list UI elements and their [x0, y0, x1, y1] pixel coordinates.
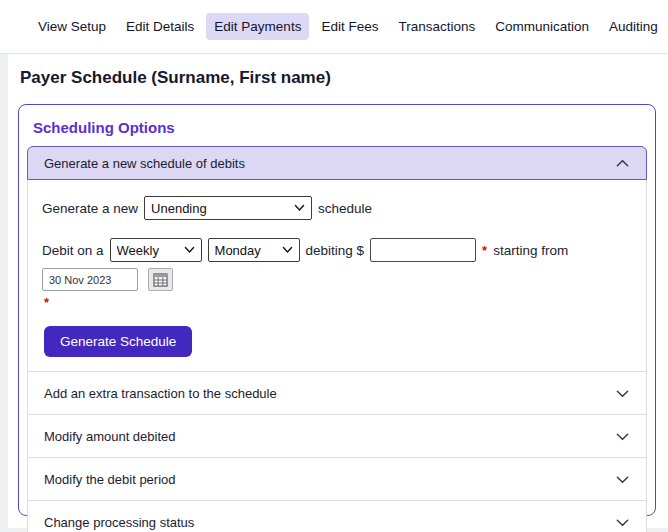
debit-on-a-label: Debit on a	[42, 243, 104, 258]
generate-new-label: Generate a new	[42, 201, 138, 216]
accordion-change-processing-status[interactable]: Change processing status	[27, 501, 647, 532]
debit-settings-row: Debit on a Weekly Monday	[42, 238, 632, 291]
chevron-down-icon	[615, 429, 630, 444]
accordion-add-extra-transaction[interactable]: Add an extra transaction to the schedule	[27, 372, 647, 415]
tab-edit-details[interactable]: Edit Details	[118, 13, 202, 40]
card-heading: Scheduling Options	[27, 117, 647, 146]
tab-auditing[interactable]: Auditing	[601, 13, 666, 40]
chevron-down-icon	[615, 472, 630, 487]
starting-from-label: starting from	[493, 243, 568, 258]
frequency-select[interactable]: Weekly	[110, 238, 202, 262]
top-nav: View Setup Edit Details Edit Payments Ed…	[0, 0, 668, 54]
start-date-input[interactable]	[42, 268, 138, 291]
tab-communication[interactable]: Communication	[487, 13, 597, 40]
schedule-type-select[interactable]: Unending	[144, 196, 312, 220]
tab-edit-payments[interactable]: Edit Payments	[206, 13, 309, 40]
main-content: Payer Schedule (Surname, First name) Sch…	[8, 54, 668, 528]
frequency-select-wrap: Weekly	[110, 238, 202, 262]
accordion-generate-schedule-body: Generate a new Unending schedule Debit o…	[27, 180, 647, 372]
accordion-row-label: Modify amount debited	[44, 429, 176, 444]
day-select-wrap: Monday	[208, 238, 300, 262]
accordion-modify-debit-period[interactable]: Modify the debit period	[27, 458, 647, 501]
tab-edit-fees[interactable]: Edit Fees	[313, 13, 386, 40]
page-title: Payer Schedule (Surname, First name)	[8, 68, 668, 88]
tab-transactions[interactable]: Transactions	[390, 13, 483, 40]
chevron-down-icon	[615, 515, 630, 530]
accordion-modify-amount-debited[interactable]: Modify amount debited	[27, 415, 647, 458]
generate-schedule-button[interactable]: Generate Schedule	[44, 326, 192, 357]
accordion-row-label: Modify the debit period	[44, 472, 176, 487]
required-note-row: *	[42, 295, 632, 310]
chevron-down-icon	[615, 386, 630, 401]
schedule-suffix-label: schedule	[318, 201, 372, 216]
calendar-grid-icon	[153, 273, 168, 287]
amount-required-marker: *	[482, 243, 487, 258]
scheduling-options-card: Scheduling Options Generate a new schedu…	[18, 104, 656, 516]
schedule-type-select-wrap: Unending	[144, 196, 312, 220]
generate-new-schedule-row: Generate a new Unending schedule	[42, 196, 632, 220]
chevron-up-icon	[615, 156, 630, 171]
debiting-label: debiting $	[306, 243, 365, 258]
accordion-generate-schedule-header[interactable]: Generate a new schedule of debits	[27, 146, 647, 180]
accordion-header-label: Generate a new schedule of debits	[44, 156, 245, 171]
day-select[interactable]: Monday	[208, 238, 300, 262]
amount-input[interactable]	[370, 238, 476, 262]
accordion-row-label: Add an extra transaction to the schedule	[44, 386, 277, 401]
calendar-picker-button[interactable]	[148, 268, 173, 291]
tab-view-setup[interactable]: View Setup	[30, 13, 114, 40]
required-note-marker: *	[44, 295, 49, 310]
accordion-row-label: Change processing status	[44, 515, 194, 530]
